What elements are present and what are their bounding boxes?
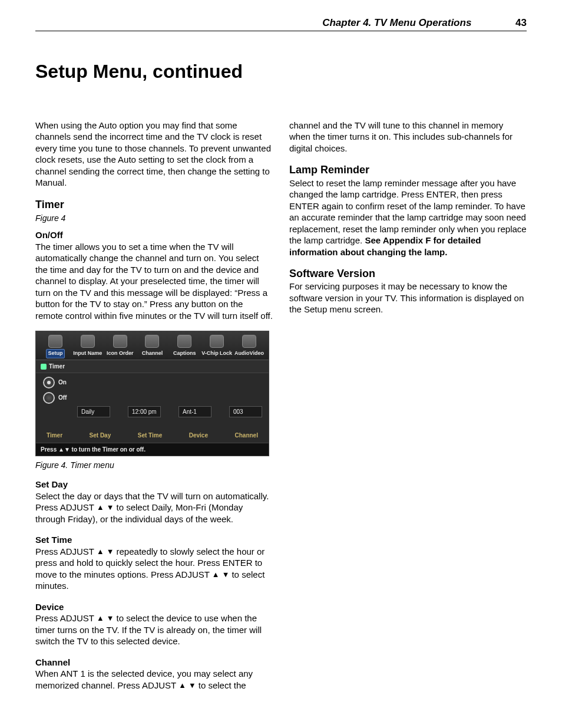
software-heading: Software Version: [289, 267, 527, 281]
audiovideo-icon: [242, 335, 256, 348]
osd-tab-channel: Channel: [136, 335, 168, 358]
timer-icon: [41, 364, 47, 370]
columns: When using the Auto option you may find …: [35, 120, 527, 694]
osd-device-value: Ant-1: [178, 406, 211, 417]
osd-tab-audiovideo: AudioVideo: [233, 335, 265, 358]
osd-values-row: Daily 12:00 pm Ant-1 003: [36, 404, 269, 417]
up-arrow-icon: ▲: [212, 570, 220, 580]
onoff-heading: On/Off: [35, 229, 273, 241]
page: Chapter 4. TV Menu Operations 43 Setup M…: [0, 0, 562, 728]
osd-hint: Press ▲▼ to turn the Timer on or off.: [36, 443, 269, 456]
up-arrow-icon: ▲: [97, 547, 104, 557]
figure-reference: Figure 4: [35, 213, 273, 223]
setup-icon: [48, 335, 62, 348]
osd-label-device: Device: [189, 431, 208, 439]
chapter-title: Chapter 4. TV Menu Operations: [322, 17, 471, 28]
radio-off: [43, 392, 55, 404]
osd-onoff-group: On Off: [43, 377, 67, 404]
left-column: When using the Auto option you may find …: [35, 120, 273, 694]
channel-continuation: channel and the TV will tune to this cha…: [289, 120, 527, 154]
figure-caption: Figure 4. Timer menu: [35, 460, 273, 470]
page-number: 43: [515, 17, 527, 28]
osd-label-channel: Channel: [235, 431, 258, 439]
settime-heading: Set Time: [35, 534, 273, 546]
osd-row: On Off: [36, 373, 269, 404]
osd-tab-vchip: V-Chip Lock: [201, 335, 233, 358]
onoff-paragraph: The timer allows you to set a time when …: [35, 241, 273, 322]
setday-heading: Set Day: [35, 479, 273, 490]
channel-icon: [145, 335, 159, 348]
timer-menu-figure: Setup Input Name Icon Order Channel Capt…: [35, 331, 269, 456]
device-paragraph: Press ADJUST ▲ ▼ to select the device to…: [35, 612, 273, 647]
lock-icon: [210, 335, 224, 348]
setday-paragraph: Select the day or days that the TV will …: [35, 490, 273, 525]
intro-paragraph: When using the Auto option you may find …: [35, 120, 273, 189]
down-arrow-icon: ▼: [189, 681, 196, 691]
radio-on: [43, 377, 55, 388]
timer-heading: Timer: [35, 198, 273, 212]
osd-label-settime: Set Time: [138, 431, 163, 439]
captions-icon: [177, 335, 191, 348]
input-name-icon: [81, 335, 95, 348]
software-paragraph: For servicing purposes it may be necessa…: [289, 281, 527, 315]
down-arrow-icon: ▼: [107, 614, 114, 624]
page-title: Setup Menu, continued: [35, 60, 527, 84]
osd-day-value: Daily: [77, 406, 110, 417]
osd-time-value: 12:00 pm: [128, 406, 161, 417]
lamp-heading: Lamp Reminder: [289, 163, 527, 177]
down-arrow-icon: ▼: [107, 503, 114, 513]
up-arrow-icon: ▲: [97, 503, 104, 513]
osd-tab-setup: Setup: [39, 335, 71, 358]
up-arrow-icon: ▲: [178, 681, 186, 691]
osd-label-timer: Timer: [47, 431, 62, 439]
down-arrow-icon: ▼: [107, 547, 114, 557]
osd-channel-value: 003: [229, 406, 262, 417]
lamp-paragraph: Select to reset the lamp reminder messag…: [289, 177, 527, 258]
channel-heading: Channel: [35, 657, 273, 668]
running-header: Chapter 4. TV Menu Operations 43: [35, 17, 527, 31]
osd-tab-captions: Captions: [168, 335, 200, 358]
device-heading: Device: [35, 601, 273, 613]
settime-paragraph: Press ADJUST ▲ ▼ repeatedly to slowly se…: [35, 546, 273, 592]
osd-labels-row: Timer Set Day Set Time Device Channel: [36, 417, 269, 443]
right-column: channel and the TV will tune to this cha…: [289, 120, 527, 694]
osd-tab-icon-order: Icon Order: [104, 335, 136, 358]
channel-paragraph: When ANT 1 is the selected device, you m…: [35, 668, 273, 691]
osd-tabs: Setup Input Name Icon Order Channel Capt…: [36, 331, 269, 360]
icon-order-icon: [113, 335, 127, 348]
osd-tab-input-name: Input Name: [72, 335, 104, 358]
down-arrow-icon: ▼: [222, 570, 230, 580]
up-arrow-icon: ▲: [97, 614, 104, 624]
osd-label-setday: Set Day: [90, 431, 111, 439]
osd-breadcrumb: Timer: [36, 360, 269, 373]
